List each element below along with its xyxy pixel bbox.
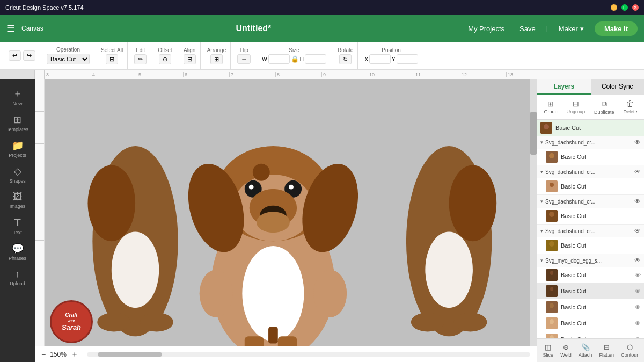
layer-group-eye-5[interactable]: 👁	[634, 257, 641, 264]
list-item[interactable]: Basic Cut	[537, 208, 644, 224]
size-lock-icon[interactable]: 🔒	[291, 55, 299, 63]
layer-group-eye-1[interactable]: 👁	[634, 139, 641, 146]
layer-item-top[interactable]: Basic Cut	[537, 120, 644, 136]
ruler-v-mark	[35, 79, 44, 112]
minimize-button[interactable]: –	[611, 4, 617, 11]
sidebar-item-phrases[interactable]: 💬 Phrases	[3, 240, 33, 264]
layers-list[interactable]: Basic Cut ▾ Svg_dachshund_cr... 👁 Basic …	[537, 120, 644, 338]
select-all-section: Select All ⊞	[97, 42, 128, 69]
flip-button[interactable]: ↔	[237, 54, 251, 64]
canvas-h-scrollbar-thumb[interactable]	[98, 352, 162, 357]
flatten-tool[interactable]: ⊟ Flatten	[597, 342, 617, 359]
ruler-mark-4: 4	[91, 72, 137, 77]
layer-group-name-2: Svg_dachshund_cr...	[545, 169, 632, 175]
edit-section: Edit ✏	[130, 42, 151, 69]
list-item[interactable]: Basic Cut 👁	[537, 283, 644, 299]
weld-tool[interactable]: ⊕ Weld	[558, 342, 573, 359]
pos-y-input[interactable]	[397, 54, 418, 64]
collapse-arrow-4: ▾	[540, 228, 543, 234]
duplicate-tool[interactable]: ⧉ Duplicate	[591, 98, 618, 116]
ungroup-label: Ungroup	[566, 109, 585, 114]
layer-group-header-3[interactable]: ▾ Svg_dachshund_cr... 👁	[537, 195, 644, 208]
svg-point-37	[550, 183, 554, 187]
make-it-button[interactable]: Make It	[595, 21, 638, 36]
layer-group-header-2[interactable]: ▾ Svg_dachshund_cr... 👁	[537, 165, 644, 178]
list-item[interactable]: Basic Cut	[537, 149, 644, 165]
ungroup-tool[interactable]: ⊟ Ungroup	[563, 98, 588, 116]
hamburger-menu-icon[interactable]: ☰	[6, 23, 15, 34]
delete-tool[interactable]: 🗑 Delete	[620, 98, 640, 116]
rotate-button[interactable]: ↻	[339, 54, 352, 64]
layer-item-eye[interactable]: 👁	[635, 304, 641, 310]
zoom-in-button[interactable]: ＋	[71, 350, 78, 359]
ruler-v-mark	[35, 176, 44, 208]
list-item[interactable]: Basic Cut 👁	[537, 299, 644, 315]
canvas-h-scrollbar[interactable]	[87, 352, 530, 357]
flip-label: Flip	[240, 47, 248, 53]
svg-rect-25	[268, 327, 278, 344]
size-w-input[interactable]	[268, 54, 290, 64]
select-all-button[interactable]: ⊞	[106, 54, 118, 64]
close-button[interactable]: ✕	[632, 4, 639, 11]
layer-group-eye-2[interactable]: 👁	[634, 168, 641, 176]
my-projects-button[interactable]: My Projects	[464, 23, 509, 35]
arrange-group: Arrange ⊞	[207, 47, 226, 64]
size-h-input[interactable]	[305, 54, 326, 64]
layer-thumb	[546, 285, 558, 297]
arrange-button[interactable]: ⊞	[210, 54, 223, 64]
layer-thumb	[546, 240, 558, 251]
svg-point-33	[544, 124, 549, 129]
svg-point-41	[549, 241, 554, 247]
edit-button[interactable]: ✏	[134, 54, 147, 64]
save-button[interactable]: Save	[515, 23, 540, 35]
list-item[interactable]: Basic Cut 👁	[537, 267, 644, 283]
list-item[interactable]: Basic Cut 👁	[537, 315, 644, 331]
sidebar-item-shapes[interactable]: ◇ Shapes	[3, 162, 33, 187]
operation-select[interactable]: Basic Cut	[47, 54, 90, 64]
phrases-icon: 💬	[12, 243, 24, 255]
sidebar-item-images[interactable]: 🖼 Images	[3, 188, 33, 212]
sidebar-item-upload[interactable]: ↑ Upload	[3, 265, 33, 289]
group-tool[interactable]: ⊞ Group	[540, 98, 560, 116]
layer-group-eye-4[interactable]: 👁	[634, 227, 641, 235]
list-item[interactable]: Basic Cut	[537, 237, 644, 254]
tab-color-sync[interactable]: Color Sync	[591, 79, 645, 95]
edit-group: Edit ✏	[134, 47, 147, 64]
canvas-scrollbar-thumb[interactable]	[530, 112, 537, 155]
canvas-scrollbar[interactable]	[530, 79, 537, 346]
maker-button[interactable]: Maker ▾	[554, 23, 588, 35]
redo-button[interactable]: ↪	[23, 50, 35, 61]
toolbar: ↩ ↪ Operation Basic Cut Select All ⊞ Edi…	[0, 42, 644, 70]
offset-button[interactable]: ⊙	[159, 54, 171, 64]
layer-group-header-1[interactable]: ▾ Svg_dachshund_cr... 👁	[537, 136, 644, 149]
undo-button[interactable]: ↩	[9, 50, 21, 61]
ruler-mark-10: 10	[368, 72, 414, 77]
layer-item-eye[interactable]: 👁	[635, 288, 641, 294]
maximize-button[interactable]: □	[621, 4, 628, 11]
sidebar-item-new[interactable]: ＋ New	[3, 84, 33, 110]
attach-tool[interactable]: 📎 Attach	[576, 342, 595, 359]
pos-x-input[interactable]	[369, 54, 391, 64]
align-button[interactable]: ⊟	[184, 54, 196, 64]
layer-item-eye[interactable]: 👁	[635, 320, 641, 327]
sidebar-item-text[interactable]: T Text	[3, 213, 33, 238]
canvas-area[interactable]: Craft with Sarah − 150% ＋	[35, 79, 537, 362]
list-item[interactable]: Basic Cut 👁	[537, 331, 644, 338]
text-icon: T	[14, 216, 20, 229]
zoom-out-button[interactable]: −	[41, 350, 46, 359]
layer-group-eye-3[interactable]: 👁	[634, 198, 641, 205]
contour-tool[interactable]: ⬡ Contour	[619, 342, 640, 359]
tab-layers[interactable]: Layers	[537, 79, 591, 95]
canvas-content[interactable]	[45, 79, 530, 346]
duplicate-label: Duplicate	[594, 110, 614, 115]
layer-group-5: ▾ Svg_myo_dog_egg_s... 👁 Basic Cut 👁	[537, 254, 644, 338]
layer-group-header-5[interactable]: ▾ Svg_myo_dog_egg_s... 👁	[537, 254, 644, 267]
sidebar-item-projects[interactable]: 📁 Projects	[3, 136, 33, 161]
layer-group-header-4[interactable]: ▾ Svg_dachshund_cr... 👁	[537, 225, 644, 237]
select-all-label: Select All	[101, 47, 123, 53]
sidebar-item-templates[interactable]: ⊞ Templates	[3, 111, 33, 135]
layer-item-eye[interactable]: 👁	[635, 272, 641, 278]
flip-group: Flip ↔	[237, 47, 251, 64]
list-item[interactable]: Basic Cut	[537, 178, 644, 194]
slice-tool[interactable]: ◫ Slice	[541, 342, 556, 359]
